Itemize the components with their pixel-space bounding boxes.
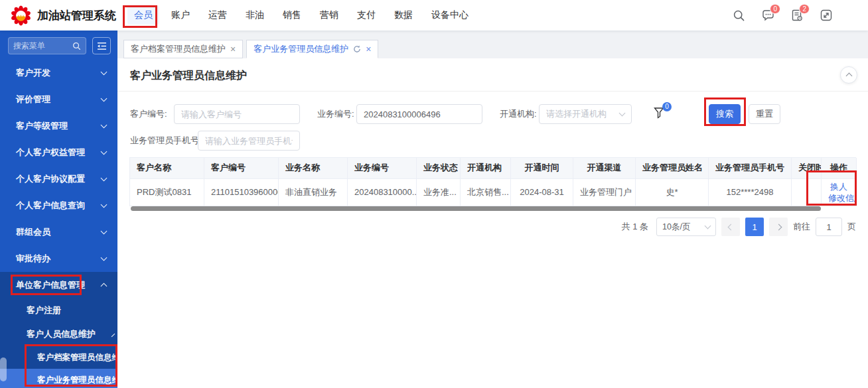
nav-item-member[interactable]: 会员 [127,6,159,25]
page-size-select[interactable]: 10条/页 [656,218,716,236]
cell-admin-phone: 152****2498 [709,178,792,206]
app-title: 加油站管理系统 [37,8,116,23]
chevron-down-icon [101,228,108,235]
col-open-channel: 开通渠道 [573,158,636,178]
sidebar-item-unit-customer-mgmt[interactable]: 单位客户信息管理 [0,272,117,298]
open-org-select[interactable]: 请选择开通机构 [539,104,632,124]
cell-admin-name: 史* [636,178,709,206]
business-no-label: 业务编号: [317,104,354,124]
reset-button[interactable]: 重置 [749,104,780,124]
todo-list-icon[interactable]: 2 [790,8,804,23]
sidebar-item-customer-person-info[interactable]: 客户人员信息维护 [0,322,117,346]
col-actions: 操作 [822,158,857,178]
collapse-panel-button[interactable] [840,66,857,84]
tab-business-admin[interactable]: 客户业务管理员信息维护 × [246,40,378,58]
menu-collapse-icon[interactable] [92,37,111,54]
col-customer-name: 客户名称 [130,158,204,178]
chevron-up-icon [845,73,852,80]
sidebar-item-label: 个人客户信息查询 [16,200,85,212]
tab-archive-admin[interactable]: 客户档案管理员信息维护 × [123,40,243,58]
nav-item-account[interactable]: 账户 [165,6,196,25]
refresh-icon[interactable] [353,45,361,53]
page-number-button[interactable]: 1 [745,218,764,236]
nav-item-marketing[interactable]: 营销 [313,6,345,25]
sidebar-item-label: 评价管理 [16,94,50,105]
sidebar: 客户开发 评价管理 客户等级管理 个人客户权益管理 个人客户协议配置 个人客户信… [0,31,117,388]
nav-item-data[interactable]: 数据 [388,6,419,25]
sidebar-group-unit-customer: 单位客户信息管理 客户注册 客户人员信息维护 客户档案管理员信息维护 客户业务管… [0,272,117,388]
divider [117,91,868,92]
results-table: 客户名称 客户编号 业务名称 业务编号 业务状态 开通机构 开通时间 开通渠道 … [129,157,856,206]
nav-item-payment[interactable]: 支付 [350,6,382,25]
goto-page-input[interactable] [816,218,842,236]
nav-item-sales[interactable]: 销售 [276,6,308,25]
advanced-filter-icon[interactable]: 0 [654,107,665,122]
chevron-down-icon [101,122,108,129]
sidebar-scrollbar-thumb[interactable] [0,357,7,381]
sidebar-item-customer-level[interactable]: 客户等级管理 [0,113,117,139]
chevron-down-icon [101,202,108,208]
sidebar-item-label: 个人客户协议配置 [16,173,85,185]
sidebar-item-customer-dev[interactable]: 客户开发 [0,60,117,86]
search-button[interactable]: 搜索 [709,104,741,124]
pagination: 共 1 条 10条/页 1 前往 页 [622,218,856,236]
prev-page-button[interactable] [721,218,740,236]
nav-item-nonoil[interactable]: 非油 [239,6,271,25]
table-header-row: 客户名称 客户编号 业务名称 业务编号 业务状态 开通机构 开通时间 开通渠道 … [130,158,857,178]
close-icon[interactable]: × [366,44,371,54]
chevron-down-icon [101,149,108,155]
sidebar-item-business-admin-info[interactable]: 客户业务管理员信息维护 [0,369,117,388]
header-icons: 0 2 [731,8,833,23]
sidebar-search-input[interactable] [8,37,86,54]
col-customer-no: 客户编号 [204,158,279,178]
petrochina-logo-icon [11,5,31,26]
sidebar-item-personal-info-query[interactable]: 个人客户信息查询 [0,192,117,219]
brand: 加油站管理系统 [11,5,125,26]
sidebar-item-label: 客户人员信息维护 [27,328,96,340]
cell-business-no: 202408310000... [348,178,417,206]
nav-item-device-center[interactable]: 设备中心 [425,6,475,25]
nav-item-operation[interactable]: 运营 [202,6,234,25]
chevron-left-icon [727,224,734,230]
sidebar-item-evaluation[interactable]: 评价管理 [0,86,117,113]
tab-bar: 客户档案管理员信息维护 × 客户业务管理员信息维护 × [117,31,868,58]
cell-customer-name: PRD测试0831 [130,178,204,206]
admin-phone-label: 业务管理员手机号: [130,131,202,151]
cell-business-name: 非油直销业务 [279,178,348,206]
sidebar-item-group-member[interactable]: 群组会员 [0,219,117,245]
admin-phone-input[interactable] [198,131,300,151]
page-size-value: 10条/页 [662,222,690,233]
fullscreen-icon[interactable] [819,8,833,23]
main-area: 客户档案管理员信息维护 × 客户业务管理员信息维护 × 客户业务管理员信息维护 … [117,31,868,388]
sidebar-item-label: 客户档案管理员信息维护 [37,352,129,363]
sidebar-item-label: 单位客户信息管理 [16,279,85,291]
open-org-label: 开通机构: [500,104,537,124]
sidebar-item-personal-agreement[interactable]: 个人客户协议配置 [0,166,117,192]
sidebar-item-approval-todo[interactable]: 审批待办 [0,245,117,272]
tab-label: 客户业务管理员信息维护 [253,43,348,55]
table-row: PRD测试0831 2110151039600001 非油直销业务 202408… [130,178,857,206]
business-no-input[interactable] [356,104,482,124]
cell-customer-no: 2110151039600001 [204,178,279,206]
menu-search-field[interactable] [13,41,72,50]
sidebar-item-personal-rights[interactable]: 个人客户权益管理 [0,139,117,166]
sidebar-menu: 客户开发 评价管理 客户等级管理 个人客户权益管理 个人客户协议配置 个人客户信… [0,60,117,388]
horizontal-scrollbar[interactable] [131,206,821,211]
close-icon[interactable]: × [230,44,236,54]
chevron-down-icon [705,223,711,229]
message-icon[interactable]: 0 [760,8,775,23]
chevron-down-icon [101,175,108,182]
cell-close-time [792,178,822,206]
sidebar-item-customer-register[interactable]: 客户注册 [0,298,117,322]
chevron-up-icon [111,334,115,338]
sidebar-item-label: 审批待办 [16,253,50,265]
customer-no-input[interactable] [174,104,300,124]
sidebar-item-archive-admin-info[interactable]: 客户档案管理员信息维护 [0,346,117,369]
edit-info-link[interactable]: 修改信息 [828,192,849,204]
sidebar-item-label: 客户注册 [27,304,61,316]
top-header: 加油站管理系统 会员 账户 运营 非油 销售 营销 支付 数据 设备中心 0 2 [0,0,868,31]
search-icon[interactable] [731,8,746,23]
change-person-link[interactable]: 换人 [828,181,849,192]
next-page-button[interactable] [769,218,788,236]
col-business-no: 业务编号 [348,158,417,178]
